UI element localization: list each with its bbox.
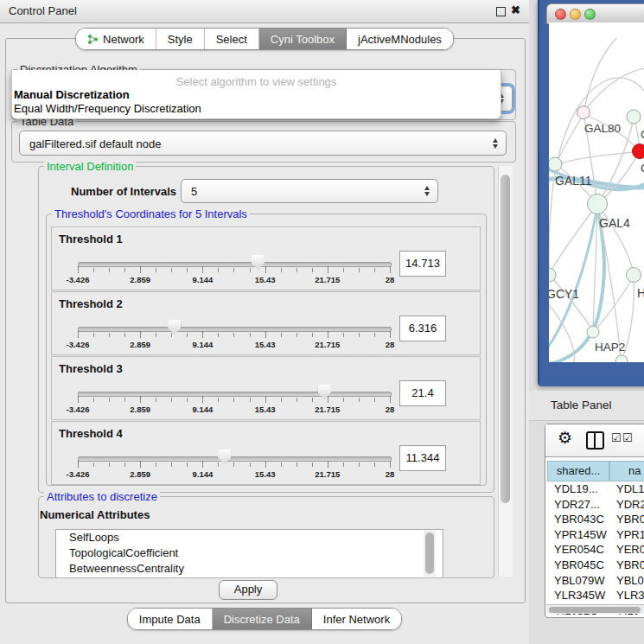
table-horizontal-scrollbar[interactable] (546, 604, 644, 614)
node-label-GAL11: GAL11 (555, 174, 592, 188)
close-icon[interactable]: ✖ (511, 3, 520, 16)
network-canvas[interactable]: GAL80GACGAL11GAL4GCY1HHAP2 (549, 22, 644, 362)
table-row[interactable]: YLR345WYLR3 (547, 588, 644, 603)
slider-tick-labels: -3.4262.8599.14415.4321.71528 (78, 405, 390, 415)
table-scrollbar-thumb[interactable] (549, 607, 641, 613)
network-node-gal11[interactable] (549, 157, 562, 171)
table-row[interactable]: YBL079WYBL0 (547, 573, 644, 589)
tick-label: 15.43 (255, 275, 276, 284)
table-row[interactable]: YPR145WYPR1 (547, 527, 644, 543)
tick-label: 9.144 (193, 405, 214, 414)
tick-label: 21.715 (315, 405, 340, 414)
network-node-pink[interactable] (577, 106, 590, 119)
threshold-1-slider[interactable]: -3.4262.8599.14415.4321.71528 (78, 227, 390, 290)
slider-tick-labels: -3.4262.8599.14415.4321.71528 (78, 340, 390, 350)
threshold-4-panel: Threshold 4 -3.4262.8599.14415.4321.7152… (51, 421, 481, 485)
tab-impute-data[interactable]: Impute Data (128, 609, 213, 629)
popup-option-manual-discretization[interactable]: Manual Discretization (14, 88, 130, 101)
tab-jactivemnodules[interactable]: jActiveMNodules (347, 29, 453, 49)
table-data-value: galFiltered.sif default node (29, 137, 161, 150)
threshold-3-value-field[interactable]: 21.4 (399, 380, 446, 406)
tab-select[interactable]: Select (205, 29, 259, 49)
tick-label: 2.859 (130, 340, 150, 349)
column-header-name[interactable]: na (609, 461, 644, 481)
threshold-2-slider[interactable]: -3.4262.8599.14415.4321.71528 (78, 292, 390, 354)
panel-scrollbar-thumb[interactable] (501, 175, 510, 503)
threshold-4-slider[interactable]: -3.4262.8599.14415.4321.71528 (78, 422, 390, 484)
cyni-bottom-tabbar: Impute Data Discretize Data Infer Networ… (0, 608, 529, 630)
panel-title: Control Panel (9, 4, 77, 17)
close-traffic-light-icon[interactable] (555, 9, 566, 20)
threshold-4-value-field[interactable]: 11.344 (399, 445, 446, 471)
right-workspace: GAL80GACGAL11GAL4GCY1HHAP2 Table Panel ⚙… (529, 0, 644, 644)
table-row[interactable]: YBR043CYBR0 (547, 512, 644, 527)
numerical-attributes-list[interactable]: SelfLoopsTopologicalCoefficientBetweenne… (55, 529, 443, 577)
control-panel-window: Control Panel ✖ Network (0, 0, 530, 644)
network-edge[interactable] (549, 299, 574, 362)
network-edge[interactable] (557, 151, 639, 164)
algorithm-dropdown-popup: Select algorithm to view settings Manual… (11, 70, 501, 119)
minimize-traffic-light-icon[interactable] (570, 9, 581, 20)
tick-label: 28 (386, 469, 395, 479)
network-node-bottom-partial[interactable] (615, 355, 628, 362)
table-row[interactable]: YBR045CYBR0 (547, 558, 644, 573)
list-item-BetweennessCentrality[interactable]: BetweennessCentrality (56, 561, 443, 577)
threshold-2-panel: Threshold 2 -3.4262.8599.14415.4321.7152… (51, 291, 481, 355)
tab-style[interactable]: Style (156, 29, 205, 49)
checkbox-icon[interactable]: ☑ (611, 432, 622, 443)
thresholds-group-title: Threshold's Coordinates for 5 Intervals (52, 207, 250, 220)
network-node-green-top-right[interactable] (627, 110, 641, 124)
slider-minor-ticks (78, 462, 391, 467)
slider-minor-ticks (78, 268, 391, 272)
network-node-gal4[interactable] (588, 194, 608, 214)
slider-tick-labels: -3.4262.8599.14415.4321.71528 (78, 469, 390, 480)
network-window-titlebar[interactable] (546, 3, 644, 24)
tick-label: 15.43 (255, 340, 276, 349)
list-item-SelfLoops[interactable]: SelfLoops (56, 530, 443, 545)
popup-option-equal-width-frequency[interactable]: Equal Width/Frequency Discretization (14, 102, 201, 115)
network-node-left-small[interactable] (549, 268, 556, 282)
table-row[interactable]: YER054CYER0 (547, 542, 644, 558)
popup-hint: Select algorithm to view settings (12, 75, 501, 88)
tick-label: 2.859 (130, 275, 150, 284)
network-node-hap2[interactable] (587, 326, 599, 338)
network-node-right-mid[interactable] (627, 268, 641, 283)
panel-scrollbar[interactable] (498, 166, 513, 577)
slider-tick-labels: -3.4262.8599.14415.4321.71528 (78, 275, 390, 285)
table-row[interactable]: YDL19...YDL1 (547, 481, 644, 497)
tick-label: 21.715 (315, 340, 340, 349)
threshold-3-slider[interactable]: -3.4262.8599.14415.4321.71528 (78, 357, 390, 419)
tick-label: 9.144 (193, 340, 214, 349)
threshold-1-value-field[interactable]: 14.713 (399, 251, 446, 277)
tab-network[interactable]: Network (76, 29, 156, 49)
table-toolbar: ⚙ ☑ ☑ (545, 424, 644, 457)
tab-cyni-toolbox[interactable]: Cyni Toolbox (259, 29, 347, 49)
table-row[interactable]: YDR27...YDR2 (547, 497, 644, 513)
number-of-intervals-label: Number of Intervals (71, 185, 176, 198)
gear-icon[interactable]: ⚙ (558, 430, 572, 446)
node-label-GAL80: GAL80 (584, 122, 621, 135)
threshold-2-value-field[interactable]: 6.316 (399, 316, 446, 341)
node-label-C: C (641, 162, 644, 175)
tab-discretize-data[interactable]: Discretize Data (213, 609, 312, 629)
apply-button[interactable]: Apply (219, 580, 277, 600)
tab-network-label: Network (103, 29, 144, 49)
tick-label: -3.426 (67, 275, 90, 284)
zoom-traffic-light-icon[interactable] (584, 9, 596, 20)
list-item-TopologicalCoefficient[interactable]: TopologicalCoefficient (56, 545, 443, 561)
number-of-intervals-combobox[interactable]: 5 (181, 179, 438, 203)
checkbox-icon[interactable]: ☑ (622, 432, 633, 443)
column-header-shared-name[interactable]: shared... (547, 461, 609, 481)
tick-label: 28 (386, 405, 395, 414)
split-columns-icon[interactable] (586, 431, 604, 450)
float-window-icon[interactable] (496, 7, 506, 16)
tab-infer-network[interactable]: Infer Network (312, 609, 401, 629)
network-tab-icon (87, 34, 99, 45)
network-edge[interactable] (583, 38, 616, 114)
network-node-red[interactable] (633, 144, 644, 159)
table-data-combobox[interactable]: galFiltered.sif default node (19, 131, 507, 156)
control-panel-titlebar: Control Panel ✖ (0, 0, 529, 23)
threshold-3-panel: Threshold 3 -3.4262.8599.14415.4321.7152… (51, 356, 481, 420)
list-scrollbar[interactable] (424, 531, 436, 577)
screen: Control Panel ✖ Network (0, 0, 644, 644)
